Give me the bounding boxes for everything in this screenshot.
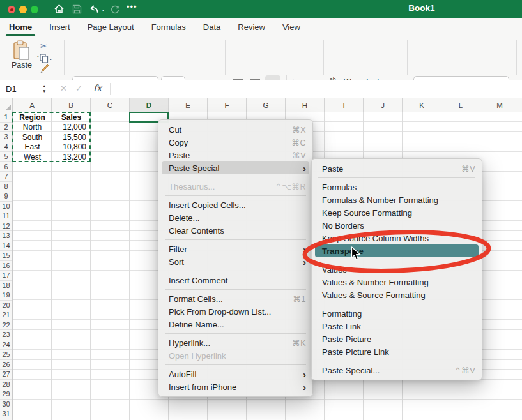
menu-item-paste[interactable]: Paste⌘V <box>158 149 312 161</box>
cell-b2[interactable]: 12,000 <box>52 123 91 133</box>
row-header-15[interactable]: 15 <box>0 251 12 261</box>
menu-item-define-name[interactable]: Define Name... <box>158 318 312 331</box>
row-header-14[interactable]: 14 <box>0 241 12 251</box>
menu-item-format-cells[interactable]: Format Cells...⌘1 <box>158 292 312 305</box>
menu-item-clear-contents[interactable]: Clear Contents <box>158 224 312 237</box>
menu-item-keep-source-column-widths[interactable]: Keep Source Column Widths <box>312 232 482 244</box>
row-header-25[interactable]: 25 <box>0 350 12 360</box>
select-all-corner[interactable] <box>0 98 13 112</box>
undo-dropdown-chevron-icon[interactable]: ⌄ <box>101 6 105 12</box>
column-header-m[interactable]: M <box>480 98 519 112</box>
row-header-17[interactable]: 17 <box>0 271 12 281</box>
menu-item-transpose[interactable]: Transpose <box>315 244 479 257</box>
cell-a3[interactable]: South <box>13 132 52 142</box>
close-window-button[interactable] <box>8 6 15 13</box>
tab-review[interactable]: Review <box>236 20 266 34</box>
menu-item-keep-source-formatting[interactable]: Keep Source Formatting <box>312 206 482 219</box>
column-header-f[interactable]: F <box>208 98 247 112</box>
menu-item-paste[interactable]: Paste⌘V <box>312 162 482 175</box>
row-header-28[interactable]: 28 <box>0 380 12 390</box>
row-header-26[interactable]: 26 <box>0 360 12 370</box>
row-header-9[interactable]: 9 <box>0 191 12 202</box>
column-header-c[interactable]: C <box>91 98 130 112</box>
menu-item-paste-special[interactable]: Paste Special› <box>162 161 309 174</box>
row-header-13[interactable]: 13 <box>0 231 12 241</box>
cell-a4[interactable]: East <box>13 142 52 153</box>
menu-item-values-number-formatting[interactable]: Values & Number Formatting <box>312 276 482 289</box>
menu-item-formulas[interactable]: Formulas <box>312 181 482 193</box>
tab-home[interactable]: Home <box>8 20 33 34</box>
paste-button[interactable]: Paste <box>8 38 36 71</box>
tab-formulas[interactable]: Formulas <box>150 20 187 34</box>
row-header-10[interactable]: 10 <box>0 202 12 212</box>
row-header-5[interactable]: 5 <box>0 152 12 162</box>
menu-item-no-borders[interactable]: No Borders <box>312 219 482 232</box>
menu-item-delete[interactable]: Delete... <box>158 211 312 224</box>
row-header-22[interactable]: 22 <box>0 320 12 331</box>
menu-item-paste-picture[interactable]: Paste Picture <box>312 333 482 345</box>
column-header-g[interactable]: G <box>247 98 286 112</box>
undo-button[interactable]: ⌄ <box>89 3 105 15</box>
redo-button[interactable] <box>110 3 120 15</box>
row-header-1[interactable]: 1 <box>0 112 12 123</box>
tab-insert[interactable]: Insert <box>48 20 72 34</box>
tab-view[interactable]: View <box>281 20 302 34</box>
menu-item-filter[interactable]: Filter› <box>158 243 312 255</box>
cell-a2[interactable]: North <box>13 123 52 133</box>
menu-item-paste-special[interactable]: Paste Special...⌃⌘V <box>312 364 482 377</box>
name-box[interactable]: D1 <box>0 80 40 98</box>
copy-button[interactable]: ⌄ <box>40 54 53 63</box>
column-header-j[interactable]: J <box>364 98 403 112</box>
menu-item-insert-from-iphone[interactable]: Insert from iPhone› <box>158 380 312 393</box>
cell-b5[interactable]: 13,200 <box>52 152 91 162</box>
row-header-4[interactable]: 4 <box>0 142 12 153</box>
row-header-8[interactable]: 8 <box>0 182 12 192</box>
cell-b3[interactable]: 15,500 <box>52 132 91 142</box>
cell-b1[interactable]: Sales <box>52 112 91 123</box>
insert-function-icon[interactable]: fx <box>93 83 102 93</box>
menu-item-sort[interactable]: Sort› <box>158 255 312 268</box>
row-header-7[interactable]: 7 <box>0 172 12 182</box>
row-header-27[interactable]: 27 <box>0 370 12 380</box>
enter-icon[interactable]: ✓ <box>75 84 82 93</box>
column-header-h[interactable]: H <box>286 98 325 112</box>
more-toolbar-options-icon[interactable]: ••• <box>127 2 137 11</box>
column-header-l[interactable]: L <box>441 98 480 112</box>
menu-item-paste-picture-link[interactable]: Paste Picture Link <box>312 345 482 358</box>
row-header-21[interactable]: 21 <box>0 310 12 320</box>
row-header-3[interactable]: 3 <box>0 132 12 142</box>
column-header-b[interactable]: B <box>52 98 91 112</box>
menu-item-hyperlink[interactable]: Hyperlink...⌘K <box>158 336 312 349</box>
column-header-e[interactable]: E <box>169 98 208 112</box>
menu-item-copy[interactable]: Copy⌘C <box>158 136 312 149</box>
name-box-stepper[interactable]: ▲▼ <box>42 84 46 94</box>
tab-data[interactable]: Data <box>202 20 222 34</box>
row-header-16[interactable]: 16 <box>0 261 12 271</box>
column-header-k[interactable]: K <box>403 98 441 112</box>
menu-item-cut[interactable]: Cut⌘X <box>158 123 312 136</box>
row-header-30[interactable]: 30 <box>0 400 12 410</box>
format-painter-button[interactable] <box>40 64 49 73</box>
row-header-11[interactable]: 11 <box>0 211 12 221</box>
row-header-23[interactable]: 23 <box>0 330 12 340</box>
tab-page-layout[interactable]: Page Layout <box>86 20 135 34</box>
column-header-d[interactable]: D <box>130 98 169 112</box>
menu-item-values[interactable]: Values <box>312 263 482 276</box>
column-header-i[interactable]: I <box>325 98 364 112</box>
menu-item-insert-comment[interactable]: Insert Comment <box>158 274 312 287</box>
zoom-window-button[interactable] <box>31 6 38 13</box>
cancel-icon[interactable]: ✕ <box>60 84 67 93</box>
home-icon[interactable] <box>54 3 65 15</box>
save-icon[interactable] <box>72 3 82 15</box>
menu-item-formatting[interactable]: Formatting <box>312 307 482 320</box>
copy-dropdown-chevron-icon[interactable]: ⌄ <box>49 56 53 61</box>
row-header-6[interactable]: 6 <box>0 162 12 172</box>
minimize-window-button[interactable] <box>19 6 27 13</box>
menu-item-paste-link[interactable]: Paste Link <box>312 320 482 333</box>
menu-item-pick-from-drop-down-list[interactable]: Pick From Drop-down List... <box>158 305 312 318</box>
cell-b4[interactable]: 10,800 <box>52 142 91 153</box>
row-header-12[interactable]: 12 <box>0 221 12 232</box>
column-header-a[interactable]: A <box>13 98 52 112</box>
menu-item-formulas-number-formatting[interactable]: Formulas & Number Formatting <box>312 193 482 206</box>
cell-a1[interactable]: Region <box>13 112 52 123</box>
